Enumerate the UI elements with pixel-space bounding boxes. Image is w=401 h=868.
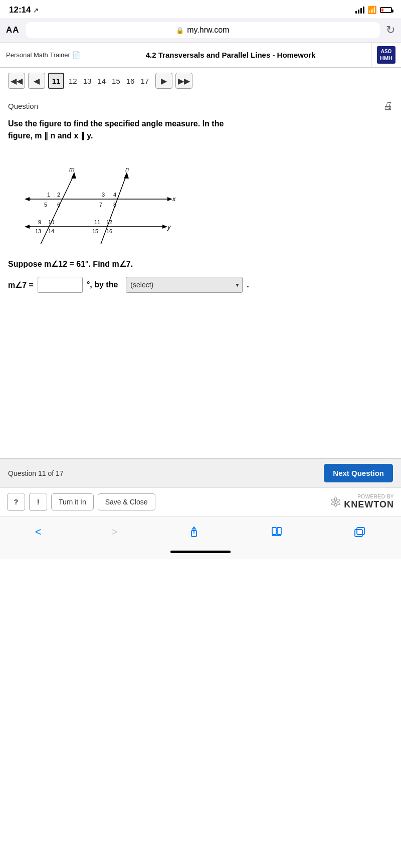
sub-question: Suppose m∠12 = 61°. Find m∠7. — [8, 259, 393, 269]
tabs-icon — [353, 526, 366, 539]
page-13[interactable]: 13 — [82, 77, 93, 85]
svg-rect-34 — [272, 528, 276, 535]
answer-prefix: m∠7 = — [8, 280, 34, 290]
content-area — [0, 303, 401, 443]
question-counter: Question 11 of 17 — [8, 469, 64, 477]
svg-text:7: 7 — [99, 202, 102, 208]
ios-bottom-nav: < > — [0, 516, 401, 551]
hmh-logo-line1: ASO — [380, 48, 392, 55]
knewton-branding: ⚛ POWERED BY KNEWTON — [329, 494, 394, 510]
svg-rect-38 — [357, 528, 364, 535]
print-icon[interactable]: 🖨 — [383, 100, 393, 112]
homework-title: 4.2 Transversals and Parallel Lines - Ho… — [90, 51, 371, 59]
exclamation-button[interactable]: ! — [29, 493, 47, 511]
svg-rect-37 — [355, 530, 362, 537]
turn-in-button[interactable]: Turn it In — [51, 493, 94, 510]
answer-input[interactable] — [38, 277, 83, 293]
svg-text:3: 3 — [102, 192, 105, 198]
svg-rect-35 — [277, 528, 281, 535]
svg-text:m: m — [69, 165, 75, 173]
svg-text:1: 1 — [47, 192, 50, 198]
svg-text:n: n — [125, 165, 129, 173]
svg-text:10: 10 — [48, 219, 54, 225]
page-17[interactable]: 17 — [139, 77, 150, 85]
theorem-select-wrapper[interactable]: (select) Corresponding Angles Postulate … — [126, 277, 243, 293]
question-mark-button[interactable]: ? — [7, 493, 25, 511]
question-header: Question 🖨 — [8, 100, 393, 112]
page-11[interactable]: 11 — [48, 73, 64, 89]
svg-text:9: 9 — [38, 219, 41, 225]
svg-text:14: 14 — [48, 228, 54, 234]
svg-marker-1 — [167, 197, 172, 201]
next-question-button[interactable]: Next Question — [324, 464, 393, 482]
svg-text:15: 15 — [92, 228, 98, 234]
degree-symbol: °, by the — [87, 280, 118, 289]
page-15[interactable]: 15 — [110, 77, 122, 85]
browser-bar: AA 🔒 my.hrw.com ↻ — [0, 18, 401, 43]
page-16[interactable]: 16 — [125, 77, 136, 85]
hmh-logo: ASO HMH — [377, 46, 395, 64]
app-header: Personal Math Trainer 📄 4.2 Transversals… — [0, 43, 401, 68]
pmt-icon: 📄 — [72, 51, 80, 59]
ios-back-button[interactable]: < — [27, 524, 50, 541]
svg-text:4: 4 — [113, 192, 116, 198]
svg-text:8: 8 — [113, 202, 116, 208]
next-page-button[interactable]: ▶ — [155, 73, 172, 89]
url-bar[interactable]: 🔒 my.hrw.com — [26, 22, 380, 38]
wifi-icon: 📶 — [367, 6, 377, 15]
svg-text:x: x — [172, 195, 176, 203]
bookmarks-icon — [270, 526, 283, 539]
atom-icon: ⚛ — [329, 494, 342, 510]
url-text: my.hrw.com — [187, 26, 229, 35]
last-page-button[interactable]: ▶▶ — [175, 73, 192, 89]
page-12[interactable]: 12 — [67, 77, 79, 85]
svg-text:16: 16 — [106, 228, 112, 234]
pmt-label: Personal Math Trainer — [6, 51, 70, 59]
ios-tabs-button[interactable] — [345, 524, 374, 541]
browser-aa-button[interactable]: AA — [6, 25, 20, 35]
question-label: Question — [8, 102, 38, 110]
status-bar: 12:14 ↗ 📶 — [0, 0, 401, 18]
svg-text:11: 11 — [94, 219, 100, 225]
svg-line-10 — [41, 177, 73, 244]
prev-page-button[interactable]: ◀ — [28, 73, 45, 89]
signal-icon — [355, 7, 364, 14]
refresh-icon[interactable]: ↻ — [386, 24, 395, 37]
svg-text:2: 2 — [57, 192, 60, 198]
save-close-button[interactable]: Save & Close — [98, 493, 155, 510]
ios-bookmarks-button[interactable] — [262, 524, 291, 541]
question-section: Question 🖨 Use the figure to find the sp… — [0, 94, 401, 293]
footer-bar: Question 11 of 17 Next Question — [0, 458, 401, 487]
page-14[interactable]: 14 — [96, 77, 107, 85]
action-bar: ? ! Turn it In Save & Close ⚛ POWERED BY… — [0, 487, 401, 516]
question-text: Use the figure to find the specified ang… — [8, 118, 393, 142]
personal-math-trainer-tab[interactable]: Personal Math Trainer 📄 — [0, 43, 90, 67]
svg-text:12: 12 — [106, 219, 112, 225]
ios-share-button[interactable] — [179, 524, 209, 541]
svg-text:13: 13 — [35, 228, 41, 234]
svg-line-13 — [101, 177, 126, 244]
knewton-name: KNEWTON — [344, 499, 394, 510]
battery-icon — [380, 7, 392, 13]
svg-text:6: 6 — [57, 202, 60, 208]
svg-marker-3 — [25, 197, 30, 201]
math-diagram: x y m n 1 2 5 6 — [13, 149, 393, 251]
ios-forward-button[interactable]: > — [103, 524, 126, 541]
answer-row: m∠7 = °, by the (select) Corresponding A… — [8, 277, 393, 293]
first-page-button[interactable]: ◀◀ — [8, 73, 25, 89]
powered-by-text: POWERED BY — [357, 494, 394, 499]
lock-icon: 🔒 — [176, 27, 184, 34]
home-indicator — [170, 551, 231, 553]
svg-text:5: 5 — [44, 202, 47, 208]
pagination-bar: ◀◀ ◀ 11 12 13 14 15 16 17 ▶ ▶▶ — [0, 68, 401, 94]
knewton-logo: POWERED BY KNEWTON — [344, 494, 394, 510]
hmh-logo-line2: HMH — [380, 55, 392, 62]
svg-marker-8 — [25, 225, 30, 229]
status-time: 12:14 ↗ — [9, 5, 39, 15]
svg-marker-6 — [162, 225, 167, 229]
status-icons: 📶 — [355, 6, 392, 15]
svg-text:y: y — [167, 223, 171, 231]
theorem-select[interactable]: (select) Corresponding Angles Postulate … — [126, 277, 243, 293]
share-icon — [187, 526, 200, 539]
diagram-svg: x y m n 1 2 5 6 — [13, 149, 183, 249]
